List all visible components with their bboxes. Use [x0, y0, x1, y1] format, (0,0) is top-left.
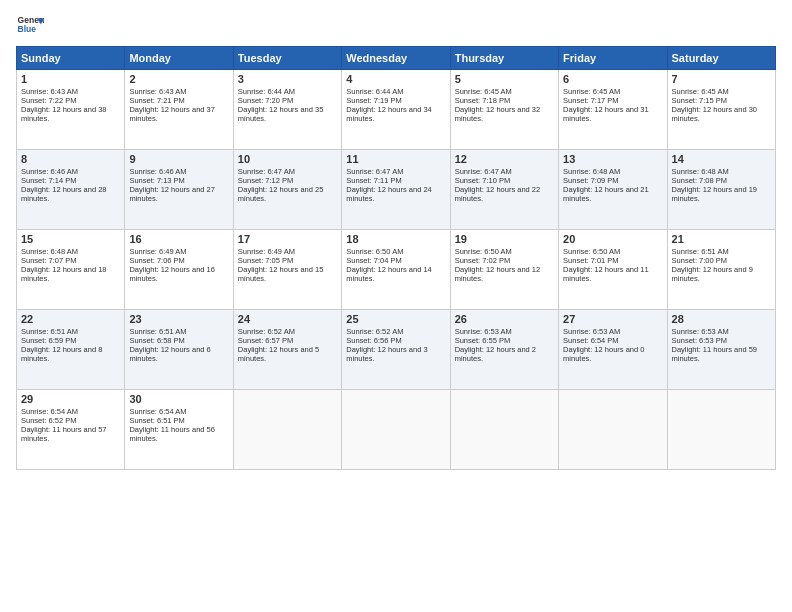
daylight-label: Daylight: 12 hours and 38 minutes. — [21, 105, 106, 123]
daylight-label: Daylight: 11 hours and 57 minutes. — [21, 425, 106, 443]
sunrise-label: Sunrise: 6:48 AM — [563, 167, 620, 176]
daylight-label: Daylight: 12 hours and 25 minutes. — [238, 185, 323, 203]
sunrise-label: Sunrise: 6:45 AM — [672, 87, 729, 96]
sunset-label: Sunset: 6:55 PM — [455, 336, 510, 345]
sunset-label: Sunset: 6:51 PM — [129, 416, 184, 425]
calendar-cell: 19 Sunrise: 6:50 AM Sunset: 7:02 PM Dayl… — [450, 230, 558, 310]
calendar-page: General Blue SundayMondayTuesdayWednesda… — [0, 0, 792, 612]
day-number: 9 — [129, 153, 228, 165]
sunrise-label: Sunrise: 6:48 AM — [21, 247, 78, 256]
daylight-label: Daylight: 12 hours and 6 minutes. — [129, 345, 210, 363]
calendar-cell: 29 Sunrise: 6:54 AM Sunset: 6:52 PM Dayl… — [17, 390, 125, 470]
calendar-week-3: 15 Sunrise: 6:48 AM Sunset: 7:07 PM Dayl… — [17, 230, 776, 310]
sunrise-label: Sunrise: 6:47 AM — [346, 167, 403, 176]
day-number: 3 — [238, 73, 337, 85]
daylight-label: Daylight: 12 hours and 5 minutes. — [238, 345, 319, 363]
day-number: 6 — [563, 73, 662, 85]
daylight-label: Daylight: 12 hours and 14 minutes. — [346, 265, 431, 283]
sunset-label: Sunset: 6:54 PM — [563, 336, 618, 345]
daylight-label: Daylight: 12 hours and 9 minutes. — [672, 265, 753, 283]
calendar-cell: 4 Sunrise: 6:44 AM Sunset: 7:19 PM Dayli… — [342, 70, 450, 150]
day-number: 10 — [238, 153, 337, 165]
daylight-label: Daylight: 12 hours and 19 minutes. — [672, 185, 757, 203]
calendar-cell — [342, 390, 450, 470]
daylight-label: Daylight: 12 hours and 0 minutes. — [563, 345, 644, 363]
sunrise-label: Sunrise: 6:50 AM — [455, 247, 512, 256]
sunrise-label: Sunrise: 6:50 AM — [346, 247, 403, 256]
calendar-week-1: 1 Sunrise: 6:43 AM Sunset: 7:22 PM Dayli… — [17, 70, 776, 150]
day-number: 25 — [346, 313, 445, 325]
sunset-label: Sunset: 7:10 PM — [455, 176, 510, 185]
calendar-cell — [233, 390, 341, 470]
sunset-label: Sunset: 7:14 PM — [21, 176, 76, 185]
calendar-cell: 16 Sunrise: 6:49 AM Sunset: 7:06 PM Dayl… — [125, 230, 233, 310]
calendar-cell: 25 Sunrise: 6:52 AM Sunset: 6:56 PM Dayl… — [342, 310, 450, 390]
day-number: 16 — [129, 233, 228, 245]
sunset-label: Sunset: 7:05 PM — [238, 256, 293, 265]
daylight-label: Daylight: 12 hours and 35 minutes. — [238, 105, 323, 123]
day-number: 11 — [346, 153, 445, 165]
day-number: 13 — [563, 153, 662, 165]
calendar-week-4: 22 Sunrise: 6:51 AM Sunset: 6:59 PM Dayl… — [17, 310, 776, 390]
daylight-label: Daylight: 12 hours and 11 minutes. — [563, 265, 648, 283]
daylight-label: Daylight: 12 hours and 16 minutes. — [129, 265, 214, 283]
day-number: 21 — [672, 233, 771, 245]
sunrise-label: Sunrise: 6:45 AM — [563, 87, 620, 96]
sunset-label: Sunset: 7:20 PM — [238, 96, 293, 105]
calendar-cell: 14 Sunrise: 6:48 AM Sunset: 7:08 PM Dayl… — [667, 150, 775, 230]
sunrise-label: Sunrise: 6:51 AM — [672, 247, 729, 256]
sunrise-label: Sunrise: 6:50 AM — [563, 247, 620, 256]
sunrise-label: Sunrise: 6:54 AM — [129, 407, 186, 416]
calendar-cell: 7 Sunrise: 6:45 AM Sunset: 7:15 PM Dayli… — [667, 70, 775, 150]
sunrise-label: Sunrise: 6:53 AM — [672, 327, 729, 336]
header-row: SundayMondayTuesdayWednesdayThursdayFrid… — [17, 47, 776, 70]
daylight-label: Daylight: 12 hours and 2 minutes. — [455, 345, 536, 363]
sunset-label: Sunset: 6:59 PM — [21, 336, 76, 345]
day-number: 17 — [238, 233, 337, 245]
calendar-cell: 12 Sunrise: 6:47 AM Sunset: 7:10 PM Dayl… — [450, 150, 558, 230]
calendar-cell: 6 Sunrise: 6:45 AM Sunset: 7:17 PM Dayli… — [559, 70, 667, 150]
calendar-cell: 15 Sunrise: 6:48 AM Sunset: 7:07 PM Dayl… — [17, 230, 125, 310]
daylight-label: Daylight: 12 hours and 22 minutes. — [455, 185, 540, 203]
svg-text:Blue: Blue — [18, 24, 37, 34]
col-header-thursday: Thursday — [450, 47, 558, 70]
sunset-label: Sunset: 7:09 PM — [563, 176, 618, 185]
daylight-label: Daylight: 12 hours and 32 minutes. — [455, 105, 540, 123]
daylight-label: Daylight: 12 hours and 21 minutes. — [563, 185, 648, 203]
calendar-cell: 22 Sunrise: 6:51 AM Sunset: 6:59 PM Dayl… — [17, 310, 125, 390]
calendar-cell: 21 Sunrise: 6:51 AM Sunset: 7:00 PM Dayl… — [667, 230, 775, 310]
sunrise-label: Sunrise: 6:51 AM — [129, 327, 186, 336]
daylight-label: Daylight: 12 hours and 18 minutes. — [21, 265, 106, 283]
sunrise-label: Sunrise: 6:47 AM — [238, 167, 295, 176]
calendar-cell: 26 Sunrise: 6:53 AM Sunset: 6:55 PM Dayl… — [450, 310, 558, 390]
calendar-cell — [450, 390, 558, 470]
sunrise-label: Sunrise: 6:46 AM — [129, 167, 186, 176]
col-header-friday: Friday — [559, 47, 667, 70]
sunset-label: Sunset: 7:19 PM — [346, 96, 401, 105]
sunrise-label: Sunrise: 6:53 AM — [455, 327, 512, 336]
calendar-cell: 18 Sunrise: 6:50 AM Sunset: 7:04 PM Dayl… — [342, 230, 450, 310]
calendar-cell: 24 Sunrise: 6:52 AM Sunset: 6:57 PM Dayl… — [233, 310, 341, 390]
col-header-tuesday: Tuesday — [233, 47, 341, 70]
daylight-label: Daylight: 12 hours and 15 minutes. — [238, 265, 323, 283]
day-number: 14 — [672, 153, 771, 165]
sunset-label: Sunset: 6:52 PM — [21, 416, 76, 425]
calendar-cell: 27 Sunrise: 6:53 AM Sunset: 6:54 PM Dayl… — [559, 310, 667, 390]
day-number: 15 — [21, 233, 120, 245]
sunrise-label: Sunrise: 6:53 AM — [563, 327, 620, 336]
sunset-label: Sunset: 7:08 PM — [672, 176, 727, 185]
col-header-wednesday: Wednesday — [342, 47, 450, 70]
sunrise-label: Sunrise: 6:54 AM — [21, 407, 78, 416]
day-number: 24 — [238, 313, 337, 325]
sunset-label: Sunset: 7:22 PM — [21, 96, 76, 105]
sunset-label: Sunset: 7:01 PM — [563, 256, 618, 265]
calendar-cell: 8 Sunrise: 6:46 AM Sunset: 7:14 PM Dayli… — [17, 150, 125, 230]
day-number: 7 — [672, 73, 771, 85]
sunrise-label: Sunrise: 6:48 AM — [672, 167, 729, 176]
daylight-label: Daylight: 12 hours and 30 minutes. — [672, 105, 757, 123]
daylight-label: Daylight: 11 hours and 59 minutes. — [672, 345, 757, 363]
day-number: 4 — [346, 73, 445, 85]
sunset-label: Sunset: 6:56 PM — [346, 336, 401, 345]
sunset-label: Sunset: 6:58 PM — [129, 336, 184, 345]
sunrise-label: Sunrise: 6:43 AM — [21, 87, 78, 96]
